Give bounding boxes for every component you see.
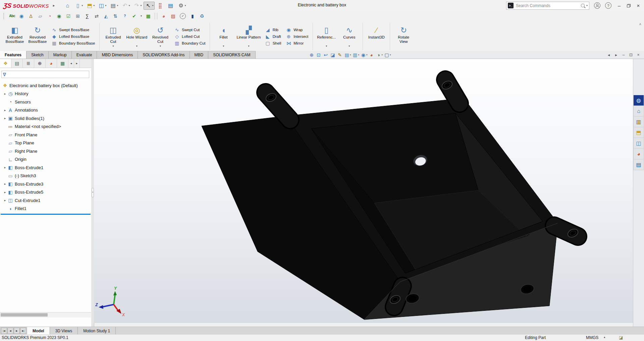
minimize-window-button[interactable]: –: [616, 3, 622, 8]
extruded-boss-base-button[interactable]: ◧ ExtrudedBoss/Base: [3, 24, 26, 49]
rollback-bar[interactable]: [1, 214, 91, 215]
edit-appearance-icon[interactable]: ◕: [160, 12, 168, 20]
display-pane-button[interactable]: ▤: [166, 2, 175, 10]
section-properties-icon[interactable]: ▱: [36, 12, 44, 20]
taskpane-file-explorer-icon[interactable]: ⬒: [633, 127, 644, 138]
save-button[interactable]: ◫ ▾: [97, 2, 108, 10]
print-button[interactable]: ▤ ▾: [108, 2, 119, 10]
material-analysis-icon[interactable]: ▨: [169, 12, 177, 20]
view-orientation-icon[interactable]: ▤ ▾: [344, 52, 351, 58]
logo-flyout-icon[interactable]: ▸: [53, 3, 55, 8]
panel-tab-cam[interactable]: ▦: [57, 59, 68, 68]
tree-item-boss-extrude1[interactable]: ▸ ◧ Boss-Extrude1: [0, 163, 91, 172]
rib-button[interactable]: ◢ Rib: [265, 27, 281, 32]
tab-mbd[interactable]: MBD: [190, 51, 209, 59]
spell-check-icon[interactable]: Abc: [8, 12, 16, 20]
undercut-analysis-icon[interactable]: ⇅: [111, 12, 119, 20]
3d-views-tab[interactable]: 3D Views: [50, 327, 78, 335]
tree-item-boss-extrude3[interactable]: ▸ ◧ Boss-Extrude3: [0, 180, 91, 188]
expand-arrow-icon[interactable]: ▸: [3, 92, 7, 95]
expand-arrow-icon[interactable]: ▸: [3, 109, 7, 112]
previous-window-icon[interactable]: ◂: [606, 53, 611, 57]
tree-item-front-plane[interactable]: ▱ Front Plane: [0, 131, 91, 139]
rotate-view-button[interactable]: ↻ RotateView: [392, 24, 415, 49]
next-window-icon[interactable]: ▸: [614, 53, 619, 57]
previous-view-icon[interactable]: ↩: [323, 52, 329, 58]
equations-icon[interactable]: ∑: [83, 12, 91, 20]
tab-features[interactable]: Features: [0, 51, 26, 59]
design-table-icon[interactable]: ▦: [144, 12, 152, 20]
tree-item-annotations[interactable]: ▸ A Annotations: [0, 106, 91, 115]
tab-solidworks-add-ins[interactable]: SOLIDWORKS Add-Ins: [138, 51, 190, 59]
performance-evaluation-icon[interactable]: ◔: [46, 12, 54, 20]
panel-tab-featuremanager[interactable]: ❖: [0, 59, 11, 68]
taskpane-custom-properties-icon[interactable]: ▤: [633, 159, 644, 170]
taskpane-view-palette-icon[interactable]: ◫: [633, 138, 644, 149]
taskpane-home-icon[interactable]: ⌂: [633, 106, 644, 117]
mirror-button[interactable]: ⋈ Mirror: [286, 41, 308, 46]
tab-mbd-dimensions[interactable]: MBD Dimensions: [97, 51, 138, 59]
mass-properties-icon[interactable]: ∆: [27, 12, 35, 20]
revolved-boss-base-button[interactable]: ↻ RevolvedBoss/Base: [26, 24, 49, 49]
tree-item-solid-bodies[interactable]: ▸ ▣ Solid Bodies(1): [0, 114, 91, 123]
collapse-ribbon-icon[interactable]: ˄: [639, 22, 641, 26]
select-tool-button[interactable]: ↖ ▾: [144, 2, 155, 10]
swept-boss-base-button[interactable]: ∿ Swept Boss/Base: [51, 27, 95, 32]
splitter-handle[interactable]: [92, 188, 94, 197]
panel-tab-scroll-left[interactable]: ◂: [68, 59, 74, 68]
taskpane-appearances-icon[interactable]: ◕: [633, 149, 644, 159]
linear-pattern-button[interactable]: ▞ Linear Pattern ▾: [235, 24, 262, 49]
minimize-doc-icon[interactable]: –: [621, 53, 626, 57]
zoom-to-fit-icon[interactable]: ⊕: [309, 52, 315, 58]
dynamic-annotation-icon[interactable]: ✎: [337, 52, 343, 58]
search-icon[interactable]: [581, 4, 585, 7]
tree-filter-input[interactable]: ∇: [1, 71, 89, 78]
tab-markup[interactable]: Markup: [49, 51, 72, 59]
tree-item-history[interactable]: ▸ ◷ History: [0, 90, 91, 98]
tree-item-top-plane[interactable]: ▱ Top Plane: [0, 139, 91, 147]
selection-filter-button[interactable]: ⣿: [155, 2, 165, 10]
draft-button[interactable]: ◣ Draft: [265, 34, 281, 39]
expand-arrow-icon[interactable]: ▸: [3, 117, 7, 120]
panel-tab-propertymanager[interactable]: ▤: [11, 59, 23, 68]
viewport-canvas[interactable]: Y Z X: [94, 59, 633, 323]
display-style-icon[interactable]: ▥ ▾: [352, 52, 360, 58]
close-doc-icon[interactable]: ×: [636, 53, 641, 57]
curvature-icon[interactable]: ⇄: [93, 12, 101, 20]
deviation-analysis-icon[interactable]: ✔: [130, 12, 138, 20]
reference-geometry-button[interactable]: ▯ Referenc... ▾: [315, 24, 338, 49]
options-button[interactable]: ⚙ ▾: [176, 2, 187, 10]
tag-icon[interactable]: ◪: [619, 335, 623, 340]
geometry-analysis-icon[interactable]: ⊞: [74, 12, 82, 20]
toolbar-caret-icon[interactable]: ▾: [140, 12, 143, 20]
fillet-button[interactable]: ◖ Fillet ▾: [212, 24, 235, 49]
expand-arrow-icon[interactable]: ▸: [3, 199, 7, 202]
tree-item-sketch3[interactable]: ▭ (-) Sketch3: [0, 172, 91, 180]
edit-appearance-icon[interactable]: ◕: [369, 52, 375, 58]
sensors-icon[interactable]: ◉: [55, 12, 63, 20]
tree-item-material[interactable]: ≔ Material <not specified>: [0, 123, 91, 131]
panel-tab-dimxpertmanager[interactable]: ⊕: [34, 59, 46, 68]
panel-tab-scroll-right[interactable]: ▸: [74, 59, 80, 68]
swept-cut-button[interactable]: ∿ Swept Cut: [174, 27, 205, 32]
hole-wizard-button[interactable]: ◎ Hole Wizard ▾: [124, 24, 149, 49]
hide-show-items-icon[interactable]: ◉ ▾: [360, 52, 368, 58]
user-account-icon[interactable]: [594, 2, 600, 9]
search-commands-input[interactable]: [515, 3, 579, 8]
open-button[interactable]: ⬒ ▾: [85, 2, 96, 10]
reload-sphere-icon[interactable]: ♻: [198, 12, 206, 20]
block-colors-icon[interactable]: ▮: [189, 12, 197, 20]
lofted-cut-button[interactable]: ◇ Lofted Cut: [174, 34, 205, 39]
apply-scene-icon[interactable]: ◑ ▾: [376, 52, 383, 58]
restore-doc-icon[interactable]: ⊡: [629, 53, 633, 57]
tab-sketch[interactable]: Sketch: [26, 51, 49, 59]
tree-item-right-plane[interactable]: ▱ Right Plane: [0, 147, 91, 155]
extruded-cut-button[interactable]: ◫ ExtrudedCut ▾: [102, 24, 124, 49]
expand-arrow-icon[interactable]: ▸: [3, 166, 7, 169]
model-tab[interactable]: Model: [27, 327, 50, 335]
taskpane-design-library-icon[interactable]: ▥: [633, 117, 644, 127]
curves-button[interactable]: ∿ Curves ▾: [338, 24, 361, 49]
next-tab-button[interactable]: ▶: [14, 328, 20, 334]
rewind-tab-button[interactable]: |◀: [1, 328, 7, 334]
units-caret-icon[interactable]: ▴: [604, 335, 605, 339]
